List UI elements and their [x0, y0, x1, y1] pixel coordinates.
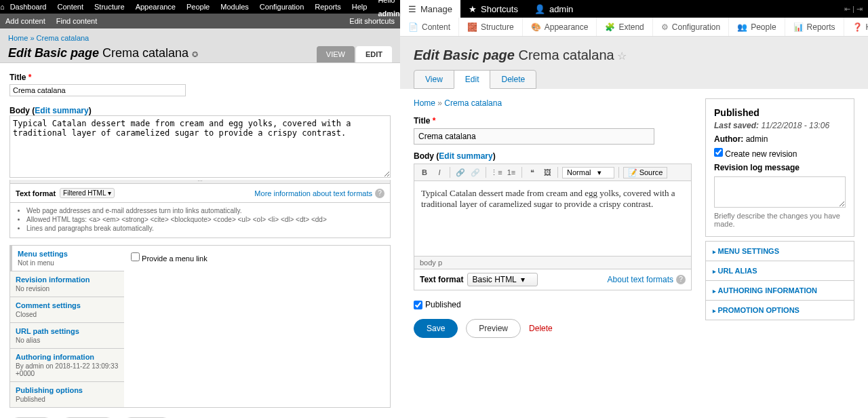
admin-people[interactable]: 👥People — [729, 18, 785, 36]
admin-appearance[interactable]: 🎨Appearance — [523, 18, 597, 36]
published-heading: Published — [714, 107, 846, 118]
image-icon[interactable]: 🖼 — [541, 166, 553, 178]
menu-link-checkbox[interactable] — [131, 252, 140, 261]
ck-toolbar: B I 🔗 🔗 ⋮≡ 1≡ ❝ 🖼 Normal ▾ 📝Source — [414, 164, 691, 181]
admin-menu: 📄Content 🧱Structure 🎨Appearance 🧩Extend … — [400, 18, 868, 37]
source-button[interactable]: 📝Source — [623, 167, 668, 178]
tab-view[interactable]: View — [414, 70, 454, 89]
user-toggle[interactable]: 👤admin — [526, 0, 581, 18]
acc-url-alias[interactable]: URL ALIAS — [706, 261, 854, 280]
edit-form: Home » Crema catalana Title * Body (Edit… — [414, 98, 692, 338]
topmenu-item[interactable]: People — [181, 0, 215, 14]
link-icon[interactable]: 🔗 — [454, 166, 467, 178]
crumb-home[interactable]: Home — [8, 34, 28, 42]
edit-summary-link[interactable]: Edit summary — [35, 106, 88, 115]
italic-icon[interactable]: I — [433, 166, 446, 178]
star-icon: ★ — [469, 4, 477, 14]
about-formats-link[interactable]: About text formats — [608, 275, 673, 284]
title-label: Title * — [414, 116, 692, 126]
manage-toggle[interactable]: ☰Manage — [400, 0, 460, 18]
drupal7-panel: ⌂ Dashboard Content Structure Appearance… — [0, 0, 400, 418]
admin-configuration[interactable]: ⚙Configuration — [653, 18, 729, 36]
style-select[interactable]: Normal ▾ — [562, 167, 614, 178]
tab-edit[interactable]: EDIT — [356, 46, 392, 62]
find-content-link[interactable]: Find content — [51, 14, 103, 28]
format-tips: Web page addresses and e-mail addresses … — [9, 203, 391, 238]
tip-item: Allowed HTML tags: <a> <em> <strong> <ci… — [26, 216, 382, 223]
topmenu-item[interactable]: Reports — [309, 0, 347, 14]
breadcrumb: Home » Crema catalana — [414, 98, 692, 108]
tab-delete[interactable]: Delete — [490, 70, 536, 89]
help-icon: ❓ — [852, 22, 863, 32]
settings-accordion: MENU SETTINGS URL ALIAS AUTHORING INFORM… — [705, 241, 854, 320]
star-outline-icon[interactable]: ☆ — [617, 50, 627, 62]
body-label: Body (Edit summary) — [9, 106, 391, 115]
topmenu-item[interactable]: Appearance — [130, 0, 181, 14]
orientation-toggle-icon[interactable]: ⇤ | ⇥ — [839, 5, 868, 14]
text-format-row: Text format Filtered HTML ▾ More informa… — [9, 184, 391, 203]
vtab-comment[interactable]: Comment settingsClosed — [10, 297, 124, 323]
body-editor[interactable]: Typical Catalan dessert made from cream … — [414, 181, 691, 256]
blockquote-icon[interactable]: ❝ — [526, 166, 538, 178]
published-checkbox[interactable] — [414, 301, 422, 309]
shortcuts-toggle[interactable]: ★Shortcuts — [460, 0, 526, 18]
page-title: Edit Basic page Crema catalana☆ — [414, 48, 854, 63]
tab-edit[interactable]: Edit — [454, 70, 491, 89]
admin-extend[interactable]: 🧩Extend — [597, 18, 652, 36]
vtab-publishing[interactable]: Publishing optionsPublished — [10, 382, 124, 407]
text-format-select[interactable]: Basic HTML ▾ — [467, 273, 538, 286]
acc-promotion[interactable]: PROMOTION OPTIONS — [706, 300, 854, 320]
admin-structure[interactable]: 🧱Structure — [459, 18, 523, 36]
content-icon: 📄 — [408, 22, 418, 32]
tip-item: Lines and paragraphs break automatically… — [26, 225, 382, 232]
save-button[interactable]: Save — [414, 319, 458, 338]
acc-authoring[interactable]: AUTHORING INFORMATION — [706, 280, 854, 300]
page-header: Home » Crema catalana Edit Basic page Cr… — [0, 28, 400, 63]
tip-item: Web page addresses and e-mail addresses … — [26, 207, 382, 214]
topmenu-item[interactable]: Dashboard — [5, 0, 52, 14]
admin-help[interactable]: ❓Help — [844, 18, 868, 36]
topmenu-item[interactable]: Structure — [89, 0, 130, 14]
crumb-current[interactable]: Crema catalana — [37, 34, 90, 42]
add-content-link[interactable]: Add content — [0, 14, 51, 28]
topmenu-item[interactable]: Content — [52, 0, 89, 14]
help-icon[interactable]: ? — [375, 189, 384, 198]
help-icon[interactable]: ? — [676, 275, 686, 284]
bold-icon[interactable]: B — [418, 166, 431, 178]
title-label: Title * — [9, 73, 391, 82]
numbered-list-icon[interactable]: 1≡ — [505, 166, 517, 178]
crumb-home[interactable]: Home — [414, 98, 435, 108]
topmenu-item[interactable]: Configuration — [254, 0, 309, 14]
topmenu-item[interactable]: Help — [347, 0, 373, 14]
delete-link[interactable]: Delete — [529, 324, 553, 333]
bulleted-list-icon[interactable]: ⋮≡ — [490, 166, 502, 178]
vtab-menu-settings[interactable]: Menu settingsNot in menu — [10, 246, 124, 271]
publish-box: Published Last saved: 11/22/2018 - 13:06… — [705, 98, 854, 237]
acc-menu-settings[interactable]: MENU SETTINGS — [706, 241, 854, 261]
unlink-icon[interactable]: 🔗 — [469, 166, 481, 178]
shortcut-bar: Add content Find content Edit shortcuts — [0, 14, 400, 28]
vtab-urlpath[interactable]: URL path settingsNo alias — [10, 323, 124, 349]
admin-content[interactable]: 📄Content — [400, 18, 459, 36]
crumb-current[interactable]: Crema catalana — [444, 98, 502, 108]
text-format-select[interactable]: Filtered HTML ▾ — [60, 188, 115, 198]
text-format-info-link[interactable]: More information about text formats — [254, 189, 372, 197]
edit-summary-link[interactable]: Edit summary — [439, 151, 492, 161]
preview-button[interactable]: Preview — [466, 319, 521, 338]
revision-log-textarea[interactable] — [714, 176, 846, 208]
vtab-revision[interactable]: Revision informationNo revision — [10, 271, 124, 297]
home-icon[interactable]: ⌂ — [0, 3, 5, 11]
topmenu-item[interactable]: Modules — [215, 0, 254, 14]
star-icon[interactable]: ✪ — [192, 50, 198, 58]
edit-shortcuts-link[interactable]: Edit shortcuts — [344, 14, 400, 28]
admin-reports[interactable]: 📊Reports — [785, 18, 844, 36]
title-input[interactable] — [414, 128, 654, 145]
published-label: Published — [425, 300, 461, 309]
revision-hint: Briefly describe the changes you have ma… — [714, 212, 846, 228]
create-revision-checkbox[interactable] — [714, 148, 723, 157]
body-textarea[interactable]: Typical Catalan dessert made from cream … — [9, 115, 391, 178]
structure-icon: 🧱 — [467, 22, 477, 32]
title-input[interactable] — [9, 84, 186, 96]
tab-view[interactable]: VIEW — [317, 46, 355, 62]
vtab-authoring[interactable]: Authoring informationBy admin on 2018-11… — [10, 349, 124, 382]
